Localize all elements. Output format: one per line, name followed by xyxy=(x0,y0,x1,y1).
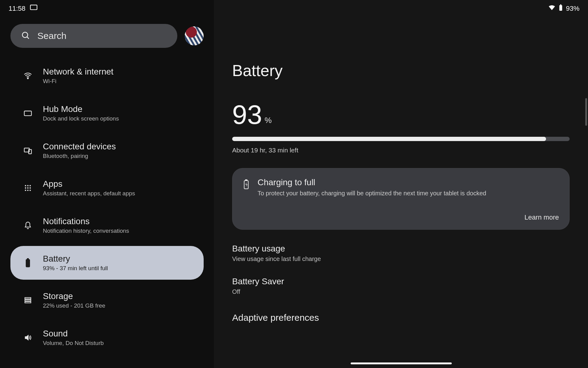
sidebar-item-label: Network & internet xyxy=(43,67,113,77)
sidebar-item-label: Sound xyxy=(43,329,104,339)
status-time: 11:58 xyxy=(9,5,25,13)
battery-percent: 93 % xyxy=(232,101,570,128)
setting-sub: Off xyxy=(232,288,570,295)
svg-rect-21 xyxy=(245,179,247,181)
svg-point-12 xyxy=(25,190,26,191)
setting-title: Battery usage xyxy=(232,244,570,254)
battery-percent-value: 93 xyxy=(232,101,262,128)
tablet-icon xyxy=(23,109,32,117)
search-icon xyxy=(21,31,30,41)
svg-point-7 xyxy=(27,185,28,186)
svg-rect-15 xyxy=(26,259,30,267)
search-input[interactable]: Search xyxy=(10,24,177,48)
svg-rect-20 xyxy=(244,181,248,189)
sidebar-item-hub-mode[interactable]: Hub Mode Dock and lock screen options xyxy=(10,96,204,130)
svg-point-9 xyxy=(25,187,26,189)
sidebar-item-sub: 93% - 37 min left until full xyxy=(43,265,108,272)
sidebar-item-storage[interactable]: Storage 22% used - 201 GB free xyxy=(10,283,204,317)
main-panel: Battery 93 % About 19 hr, 33 min left Ch… xyxy=(214,0,588,368)
cast-icon xyxy=(30,4,38,13)
svg-rect-18 xyxy=(25,300,31,301)
page-title: Battery xyxy=(232,61,570,80)
sidebar-item-label: Notifications xyxy=(43,217,129,226)
setting-title: Battery Saver xyxy=(232,277,570,286)
sidebar-item-label: Connected devices xyxy=(43,142,116,151)
home-indicator[interactable] xyxy=(351,362,452,364)
svg-point-10 xyxy=(27,187,28,189)
svg-rect-3 xyxy=(24,111,31,116)
svg-rect-19 xyxy=(25,301,31,303)
storage-icon xyxy=(23,296,32,304)
search-placeholder: Search xyxy=(37,31,66,41)
learn-more-link[interactable]: Learn more xyxy=(243,213,559,221)
sidebar-item-sound[interactable]: Sound Volume, Do Not Disturb xyxy=(10,321,204,355)
svg-point-11 xyxy=(29,187,31,189)
setting-sub: View usage since last full charge xyxy=(232,255,570,263)
status-battery-text: 93% xyxy=(566,5,579,13)
avatar[interactable] xyxy=(185,26,204,45)
sidebar-item-notifications[interactable]: Notifications Notification history, conv… xyxy=(10,209,204,242)
svg-point-2 xyxy=(27,78,28,79)
sidebar-item-label: Battery xyxy=(43,254,108,264)
sidebar-item-connected-devices[interactable]: Connected devices Bluetooth, pairing xyxy=(10,134,204,167)
battery-icon xyxy=(23,258,32,267)
bell-icon xyxy=(23,221,32,229)
svg-rect-17 xyxy=(25,297,31,299)
battery-bar-fill xyxy=(232,137,546,141)
sidebar-item-battery[interactable]: Battery 93% - 37 min left until full xyxy=(10,246,204,280)
sidebar-item-sub: Dock and lock screen options xyxy=(43,115,119,122)
sidebar-item-label: Hub Mode xyxy=(43,104,119,114)
devices-icon xyxy=(23,146,32,155)
svg-point-13 xyxy=(27,190,28,191)
svg-rect-16 xyxy=(27,258,29,259)
battery-estimate: About 19 hr, 33 min left xyxy=(232,147,570,154)
sidebar-item-label: Storage xyxy=(43,291,105,301)
svg-point-14 xyxy=(29,190,31,191)
wifi-icon xyxy=(23,71,32,80)
charging-card-title: Charging to full xyxy=(258,178,486,187)
svg-rect-24 xyxy=(560,4,561,5)
sidebar-item-sub: Assistant, recent apps, default apps xyxy=(43,190,135,197)
battery-charging-icon xyxy=(243,179,250,190)
settings-sidebar: Search Network & internet Wi-Fi Hub Mo xyxy=(0,0,214,368)
sound-icon xyxy=(23,334,32,342)
status-bar: 11:58 93% xyxy=(0,0,588,17)
setting-battery-usage[interactable]: Battery usage View usage since last full… xyxy=(232,244,570,263)
setting-battery-saver[interactable]: Battery Saver Off xyxy=(232,277,570,295)
battery-status-icon xyxy=(559,4,563,13)
charging-card-sub: To protect your battery, charging will b… xyxy=(258,190,486,197)
scrollbar[interactable] xyxy=(585,98,587,126)
svg-line-1 xyxy=(27,37,29,39)
sidebar-item-apps[interactable]: Apps Assistant, recent apps, default app… xyxy=(10,171,204,205)
section-adaptive-preferences: Adaptive preferences xyxy=(232,312,570,323)
sidebar-item-sub: Volume, Do Not Disturb xyxy=(43,340,104,347)
battery-bar xyxy=(232,137,570,141)
sidebar-item-sub: 22% used - 201 GB free xyxy=(43,302,105,309)
sidebar-item-network[interactable]: Network & internet Wi-Fi xyxy=(10,59,204,93)
svg-rect-22 xyxy=(30,5,37,10)
sidebar-item-sub: Notification history, conversations xyxy=(43,228,129,234)
apps-grid-icon xyxy=(23,184,32,192)
svg-point-0 xyxy=(22,32,28,38)
sidebar-item-sub: Wi-Fi xyxy=(43,78,113,85)
charging-card: Charging to full To protect your battery… xyxy=(232,168,570,230)
svg-rect-23 xyxy=(559,5,562,11)
sidebar-item-sub: Bluetooth, pairing xyxy=(43,153,116,159)
battery-percent-unit: % xyxy=(265,116,272,125)
svg-point-8 xyxy=(29,185,31,186)
wifi-status-icon xyxy=(548,4,556,13)
svg-point-6 xyxy=(25,185,26,186)
sidebar-item-label: Apps xyxy=(43,179,135,189)
